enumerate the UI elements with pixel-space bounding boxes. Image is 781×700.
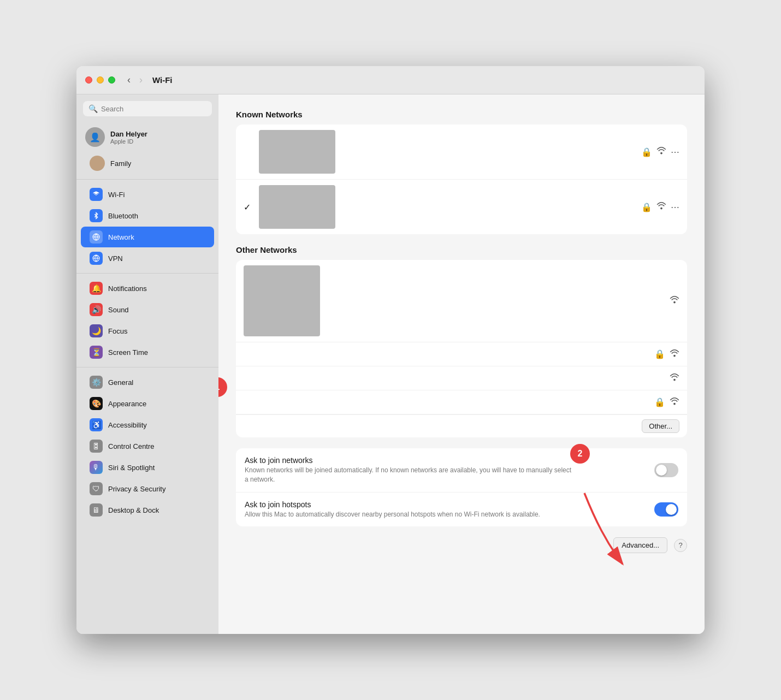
- other-network-row-4[interactable]: 🔒: [236, 390, 687, 414]
- minimize-button[interactable]: [97, 76, 104, 84]
- main-content: Known Networks 🔒 ⋯: [218, 94, 705, 634]
- desktop-icon: 🖥: [90, 503, 103, 517]
- ask-hotspot-toggle[interactable]: [654, 502, 678, 517]
- more-icon-2[interactable]: ⋯: [671, 202, 679, 212]
- network-settings-card: Ask to join networks Known networks will…: [236, 448, 687, 526]
- sidebar-item-appearance[interactable]: 🎨 Appearance: [81, 393, 214, 414]
- appearance-icon: 🎨: [90, 397, 103, 410]
- known-networks-card: 🔒 ⋯ ✓ 🔒: [236, 124, 687, 234]
- forward-button[interactable]: ›: [136, 73, 146, 87]
- bluetooth-label: Bluetooth: [108, 212, 138, 220]
- other-icons-1: [670, 295, 679, 307]
- user-subtitle: Apple ID: [110, 138, 147, 145]
- notifications-label: Notifications: [108, 284, 147, 293]
- window-title: Wi-Fi: [152, 75, 173, 85]
- ask-hotspot-knob: [666, 504, 677, 515]
- sidebar-item-vpn[interactable]: VPN: [81, 248, 214, 269]
- sidebar-item-network[interactable]: Network: [81, 227, 214, 247]
- sidebar-item-accessibility[interactable]: ♿ Accessibility: [81, 414, 214, 435]
- bluetooth-icon: [90, 209, 103, 222]
- sidebar-item-focus[interactable]: 🌙 Focus: [81, 321, 214, 341]
- other-network-row-3[interactable]: [236, 366, 687, 390]
- wifi-label: Wi-Fi: [108, 191, 125, 199]
- ask-join-row: Ask to join networks Known networks will…: [236, 448, 687, 493]
- network-thumbnail-1: [259, 130, 335, 174]
- privacy-icon: 🛡: [90, 482, 103, 495]
- close-button[interactable]: [85, 76, 92, 84]
- ask-join-desc: Known networks will be joined automatica…: [245, 466, 572, 484]
- search-icon: 🔍: [88, 104, 98, 113]
- sidebar-item-siri[interactable]: 🎙 Siri & Spotlight: [81, 457, 214, 478]
- ask-hotspot-row: Ask to join hotspots Allow this Mac to a…: [236, 493, 687, 527]
- lock-icon-1: 🔒: [641, 147, 652, 157]
- other-network-row-1[interactable]: [236, 260, 687, 342]
- other-networks-button[interactable]: Other...: [642, 419, 679, 433]
- network-icons-1: 🔒 ⋯: [641, 146, 679, 158]
- known-networks-title: Known Networks: [236, 110, 687, 119]
- advanced-button[interactable]: Advanced...: [613, 537, 667, 553]
- svg-point-6: [674, 379, 675, 380]
- maximize-button[interactable]: [108, 76, 115, 84]
- sidebar-item-desktop[interactable]: 🖥 Desktop & Dock: [81, 500, 214, 520]
- ask-hotspot-text: Ask to join hotspots Allow this Mac to a…: [245, 500, 654, 519]
- ask-join-knob: [656, 465, 667, 476]
- sidebar-item-screentime[interactable]: ⏳ Screen Time: [81, 342, 214, 363]
- wifi-icon: [90, 188, 103, 201]
- ask-join-label: Ask to join networks: [245, 456, 654, 465]
- svg-point-4: [674, 301, 675, 302]
- user-profile[interactable]: 👤 Dan Helyer Apple ID: [76, 123, 218, 151]
- sidebar-item-bluetooth[interactable]: Bluetooth: [81, 205, 214, 226]
- other-wifi-3: [670, 372, 679, 384]
- search-bar[interactable]: 🔍: [83, 101, 212, 116]
- wifi-signal-icon-2: [656, 201, 666, 213]
- other-lock-2: 🔒: [654, 349, 665, 359]
- desktop-label: Desktop & Dock: [108, 506, 159, 514]
- bottom-bar: Advanced... ?: [236, 537, 687, 553]
- sidebar-item-wifi[interactable]: Wi-Fi: [81, 184, 214, 205]
- help-button[interactable]: ?: [674, 539, 687, 552]
- network-label: Network: [108, 233, 134, 241]
- sidebar-item-privacy[interactable]: 🛡 Privacy & Security: [81, 478, 214, 499]
- wifi-signal-icon-1: [656, 146, 666, 158]
- vpn-icon: [90, 252, 103, 265]
- other-network-row-2[interactable]: 🔒: [236, 342, 687, 366]
- other-thumbnail-1: [244, 265, 320, 336]
- sidebar-item-sound[interactable]: 🔊 Sound: [81, 299, 214, 320]
- ask-hotspot-desc: Allow this Mac to automatically discover…: [245, 510, 572, 519]
- other-wifi-2: [670, 348, 679, 360]
- no-check-1: [244, 147, 255, 157]
- sound-label: Sound: [108, 306, 129, 314]
- accessibility-icon: ♿: [90, 418, 103, 431]
- screentime-icon: ⏳: [90, 346, 103, 359]
- other-icons-4: 🔒: [654, 396, 679, 408]
- lock-icon-2: 🔒: [641, 202, 652, 212]
- siri-icon: 🎙: [90, 461, 103, 474]
- sidebar-item-general[interactable]: ⚙️ General: [81, 372, 214, 393]
- focus-icon: 🌙: [90, 324, 103, 337]
- sidebar: 🔍 👤 Dan Helyer Apple ID Family: [76, 94, 218, 634]
- family-avatar: [90, 156, 105, 171]
- other-wifi-1: [670, 295, 679, 307]
- other-networks-card: 🔒: [236, 260, 687, 437]
- sidebar-item-family[interactable]: Family: [81, 152, 214, 175]
- ask-join-toggle[interactable]: [654, 463, 678, 477]
- back-button[interactable]: ‹: [124, 73, 134, 87]
- search-input[interactable]: [101, 105, 206, 113]
- accessibility-label: Accessibility: [108, 421, 147, 429]
- known-network-row-2[interactable]: ✓ 🔒 ⋯: [236, 180, 687, 234]
- check-2: ✓: [244, 202, 255, 212]
- known-network-row-1[interactable]: 🔒 ⋯: [236, 124, 687, 180]
- sidebar-item-notifications[interactable]: 🔔 Notifications: [81, 278, 214, 299]
- more-icon-1[interactable]: ⋯: [671, 147, 679, 157]
- general-label: General: [108, 378, 133, 387]
- other-lock-4: 🔒: [654, 397, 665, 407]
- step-1-circle: 1: [218, 377, 227, 397]
- avatar: 👤: [85, 127, 105, 147]
- traffic-lights: [85, 76, 115, 84]
- svg-point-2: [661, 152, 662, 153]
- user-name: Dan Helyer: [110, 130, 147, 138]
- divider-1: [76, 179, 218, 180]
- other-wifi-4: [670, 396, 679, 408]
- sidebar-item-controlcentre[interactable]: 🎛 Control Centre: [81, 436, 214, 456]
- controlcentre-icon: 🎛: [90, 440, 103, 453]
